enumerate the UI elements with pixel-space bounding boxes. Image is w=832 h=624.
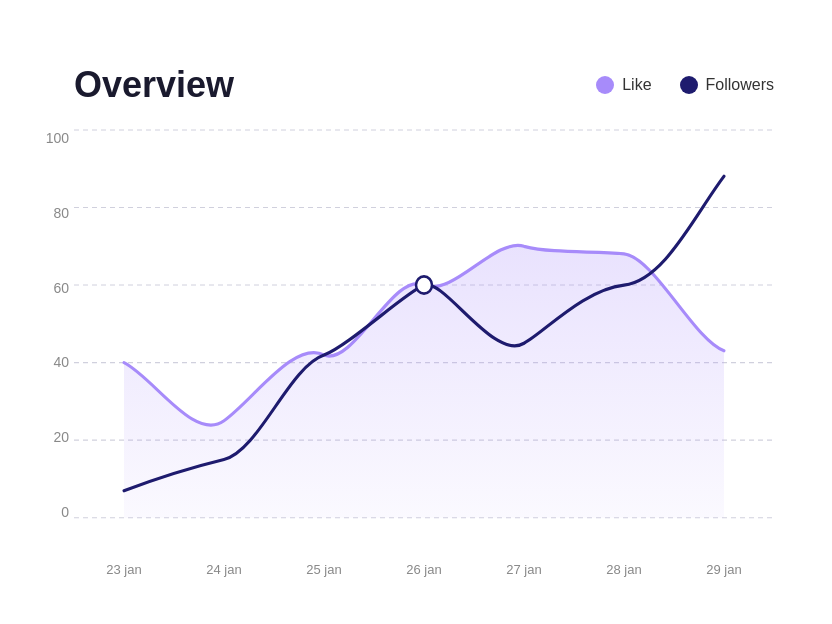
y-label-0: 0 bbox=[34, 504, 69, 520]
followers-legend-label: Followers bbox=[706, 76, 774, 94]
legend-item-followers: Followers bbox=[680, 76, 774, 94]
x-label-28jan: 28 jan bbox=[584, 562, 664, 577]
y-label-40: 40 bbox=[34, 354, 69, 370]
y-label-20: 20 bbox=[34, 429, 69, 445]
x-label-26jan: 26 jan bbox=[384, 562, 464, 577]
x-label-25jan: 25 jan bbox=[284, 562, 364, 577]
y-label-80: 80 bbox=[34, 205, 69, 221]
like-legend-dot bbox=[596, 76, 614, 94]
x-label-24jan: 24 jan bbox=[184, 562, 264, 577]
x-axis: 23 jan 24 jan 25 jan 26 jan 27 jan 28 ja… bbox=[74, 562, 774, 577]
chart-svg bbox=[74, 130, 774, 550]
x-label-23jan: 23 jan bbox=[84, 562, 164, 577]
followers-legend-dot bbox=[680, 76, 698, 94]
x-label-27jan: 27 jan bbox=[484, 562, 564, 577]
y-label-60: 60 bbox=[34, 280, 69, 296]
chart-header: Overview Like Followers bbox=[74, 64, 774, 106]
chart-container: Overview Like Followers 100 80 60 40 20 … bbox=[26, 32, 806, 592]
legend-item-like: Like bbox=[596, 76, 651, 94]
chart-title: Overview bbox=[74, 64, 234, 106]
intersection-point bbox=[416, 276, 432, 293]
x-label-29jan: 29 jan bbox=[684, 562, 764, 577]
y-axis: 100 80 60 40 20 0 bbox=[34, 130, 69, 550]
legend: Like Followers bbox=[596, 76, 774, 94]
y-label-100: 100 bbox=[34, 130, 69, 146]
like-legend-label: Like bbox=[622, 76, 651, 94]
chart-area: 100 80 60 40 20 0 bbox=[74, 130, 774, 550]
